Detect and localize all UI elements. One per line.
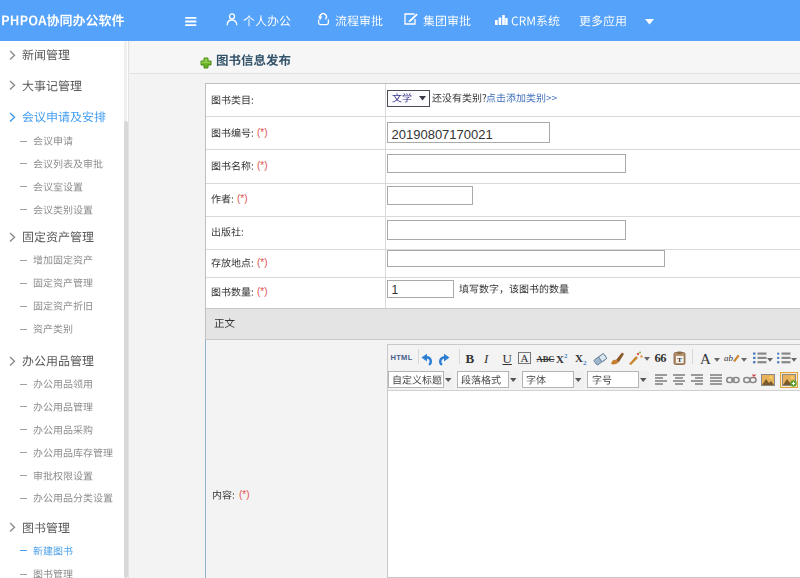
- svg-text:T: T: [677, 356, 682, 364]
- svg-text:ab: ab: [724, 353, 734, 363]
